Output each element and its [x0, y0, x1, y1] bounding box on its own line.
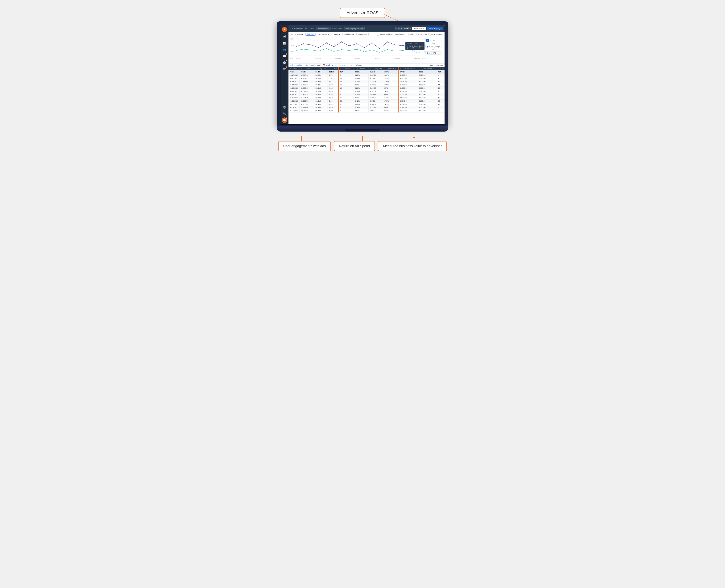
sidebar-chat[interactable]: 💬1	[282, 118, 287, 123]
filter-by-campaign[interactable]: By Campaign ▾	[290, 33, 304, 36]
table-row: 04/14/2021$1,439.13$0.403,602110.31%$130…	[288, 83, 445, 87]
cell-r10-c0: 04/07/2021	[288, 106, 300, 109]
flask-badge: ●	[286, 66, 287, 68]
cell-r7-c1: $1,924.19	[300, 96, 314, 100]
cell-r7-c6: $120.26	[369, 96, 383, 100]
total-cell-7: 136%	[383, 70, 398, 74]
roas-dot	[364, 47, 365, 48]
cell-r9-c6: $158.37	[369, 103, 383, 106]
chart-area: 300% 200% 100% 0% $0.50 $0.40 $0.30 $0.2…	[288, 37, 445, 64]
cell-r3-c2: $0.40	[314, 83, 328, 87]
add-campaign-button[interactable]: Add Campaign	[427, 27, 443, 30]
roas-dot	[334, 46, 335, 47]
legend-cpc: Avg. CPC ▾	[425, 51, 442, 55]
cell-r2-c8: $2,040.00	[398, 80, 418, 83]
total-cell-2: $0.40	[314, 70, 328, 74]
dwm-m-button[interactable]: M	[432, 39, 436, 42]
cell-r6-c4: 7	[339, 93, 354, 96]
cell-r8-c8: $3,740.00	[398, 100, 418, 103]
x-label-4: 04/07/21	[375, 57, 380, 59]
dwm-w-button[interactable]: W	[429, 39, 432, 42]
user-engagements-label: User engagements with ads	[278, 141, 330, 151]
col-total-conv: ⋮⋮Total Conversio...	[437, 67, 445, 70]
sidebar-icon-analytics[interactable]: 📊	[282, 40, 287, 46]
total-cell-6: $124.8	[369, 70, 383, 74]
sidebar-icon-flask[interactable]: ⚗️●	[282, 66, 287, 72]
cell-r9-c3: 4,355	[328, 103, 339, 106]
x-label-5: 04/12/21	[395, 57, 400, 59]
cell-r4-c2: $0.413	[314, 87, 328, 90]
cell-r7-c4: 16	[339, 96, 354, 100]
table-row: 04/08/2021$1,900.39$0.4364,355120.28%$15…	[288, 103, 445, 106]
cell-r8-c10: 22	[437, 100, 445, 103]
cell-r4-c9: $170.00	[418, 87, 437, 90]
cell-r2-c2: $0.395	[314, 80, 328, 83]
cell-r6-c2: $0.372	[314, 93, 328, 96]
cell-r6-c8: $1,190.00	[398, 93, 418, 96]
cell-r10-c2: $0.426	[314, 106, 328, 109]
account-dropdown[interactable]: All Accounts ▾	[316, 27, 330, 30]
legend-roas: ROAS (Click) ▾	[425, 45, 442, 48]
tooltip-cpc-dot	[407, 47, 408, 49]
chart-svg	[296, 38, 420, 56]
filter-by-geo[interactable]: By Geo ▾	[331, 33, 341, 36]
cell-r8-c3: 5,264	[328, 100, 339, 103]
cell-r1-c5: 0.29%	[354, 77, 368, 80]
columns-button[interactable]: ⊞ Columns	[394, 33, 405, 36]
include-archived-checkbox[interactable]	[377, 33, 379, 36]
sidebar-icon-settings[interactable]: ⚙️	[282, 104, 287, 110]
filter-by-date[interactable]: By Date ▾	[305, 33, 316, 36]
total-rows: Total of: 30 Rows	[429, 64, 443, 66]
sidebar-icon-campaigns[interactable]: 📢	[282, 34, 287, 39]
filter-by-platform[interactable]: By Platform ▾	[342, 33, 356, 36]
cell-r8-c9: $170.00	[418, 100, 437, 103]
add-content-button[interactable]: Add Content	[412, 27, 426, 30]
include-archived-check[interactable]: Include Archived	[377, 33, 392, 36]
cell-r9-c7: 107%	[383, 103, 398, 106]
tooltip-cpc-row: Avg. CPC: $0.38	[407, 47, 423, 49]
cell-r11-c3: 4,699	[328, 109, 339, 112]
cell-r3-c4: 11	[339, 83, 354, 87]
y-right-label-30: $0.30	[420, 51, 425, 52]
filter-by-publisher[interactable]: By Publisher ▾	[317, 33, 330, 36]
x-label-3: 04/03/21	[355, 57, 360, 59]
chat-badge: 1	[286, 118, 287, 119]
total-cell-1: $52.1k	[300, 70, 314, 74]
cell-r5-c7: 70%	[383, 90, 398, 93]
campaign-dropdown[interactable]: All Campaigns (32) ▾	[344, 27, 365, 30]
col-cpa: ⋮⋮CPA (Click)	[369, 67, 383, 70]
sidebar-icon-users[interactable]: 👥	[282, 47, 287, 52]
hide-chart-button[interactable]: — Hide Chart	[430, 33, 443, 36]
sidebar-icon-mail[interactable]: ✉️1	[282, 54, 287, 59]
breadcrumb-text: Campaigns	[292, 27, 303, 29]
cpc-dot	[372, 49, 372, 50]
cell-r2-c6: $132.25	[369, 80, 383, 83]
col-conv1: ⋮⋮Conversio...	[339, 67, 354, 70]
cell-r9-c8: $2,040.00	[398, 103, 418, 106]
cell-r4-c7: 85%	[383, 87, 398, 90]
col-roas: ⋮⋮ROAS (Cli...	[383, 67, 398, 70]
dwm-d-button[interactable]: D	[426, 39, 429, 42]
cpc-dot	[296, 50, 296, 51]
cell-r11-c8: $4,250.00	[398, 109, 418, 112]
date-range-button[interactable]: Last 30 Days 📅	[395, 27, 410, 30]
cell-r9-c10: 12	[437, 103, 445, 106]
dwm-toggle: D W M	[425, 39, 442, 42]
filter-by-interest[interactable]: By Interest ▾	[356, 33, 369, 36]
perf-icon: ⏱	[350, 64, 352, 66]
return-on-ad-spend-label: Return on Ad Spend	[334, 141, 375, 151]
edit-campaign-link[interactable]: Edit Campaign	[290, 64, 302, 66]
clock-icon: ⏰	[323, 64, 325, 66]
sidebar-icon-clock[interactable]: 🕐●	[282, 60, 287, 65]
reports-button[interactable]: ✉ Reports ▾	[417, 33, 428, 36]
cell-r5-c2: $0.384	[314, 90, 328, 93]
cell-r4-c4: 10	[339, 87, 354, 90]
filter-button[interactable]: ▽ Filter	[407, 33, 415, 36]
cell-r4-c10: 10	[437, 87, 445, 90]
clock-badge: ●	[286, 60, 287, 61]
cell-r11-c7: 211%	[383, 109, 398, 112]
sidebar-icon-tools[interactable]: 🔧	[282, 111, 287, 116]
cell-r5-c9: $170.00	[418, 90, 437, 93]
cell-r11-c1: $2,017.12	[300, 109, 314, 112]
legend-roas-label: ROAS (Click)	[429, 46, 439, 48]
